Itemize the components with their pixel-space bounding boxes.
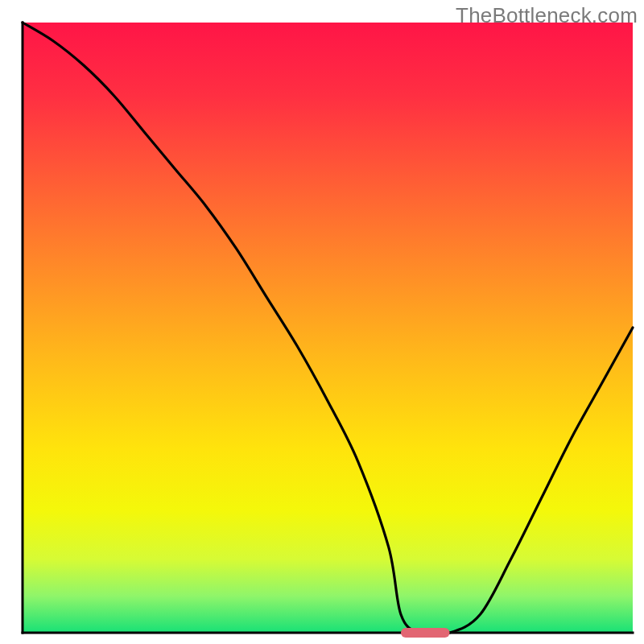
plot-background: [23, 23, 633, 633]
chart-container: TheBottleneck.com: [0, 0, 644, 644]
optimal-marker: [401, 628, 450, 638]
bottleneck-chart: [0, 0, 644, 644]
